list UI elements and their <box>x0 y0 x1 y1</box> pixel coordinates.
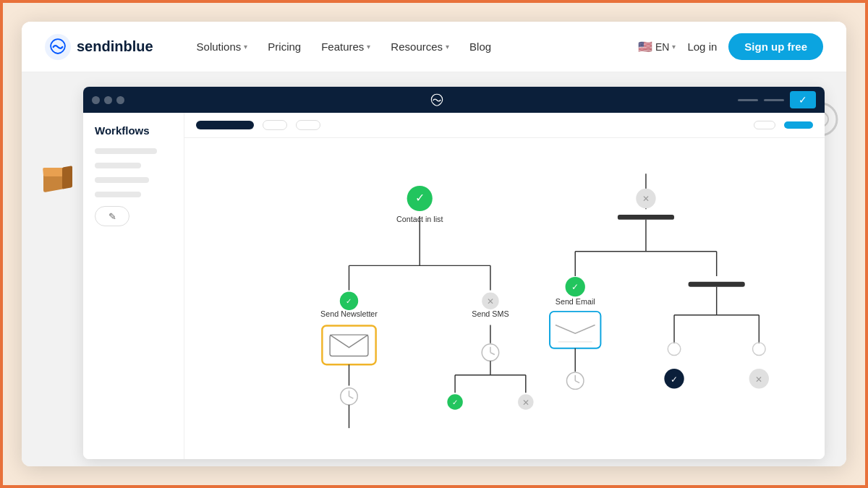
app-titlebar: ✓ <box>83 87 825 113</box>
nav-blog[interactable]: Blog <box>469 40 491 53</box>
dot-2 <box>104 96 112 104</box>
svg-text:✓: ✓ <box>671 374 678 384</box>
svg-point-62 <box>668 343 681 356</box>
svg-point-63 <box>753 343 766 356</box>
signup-button[interactable]: Sign up free <box>728 33 823 60</box>
toolbar-outline-button[interactable] <box>754 121 775 129</box>
svg-line-56 <box>575 381 579 383</box>
lang-label: EN <box>655 41 669 53</box>
svg-rect-43 <box>618 215 674 220</box>
deco-box-icon <box>36 159 80 202</box>
svg-rect-51 <box>550 312 600 348</box>
sidebar-item-3 <box>95 177 149 183</box>
sidebar-item-4 <box>95 192 141 197</box>
login-button[interactable]: Log in <box>687 40 717 53</box>
nav-solutions[interactable]: Solutions ▾ <box>197 40 248 53</box>
svg-rect-3 <box>62 166 72 189</box>
titlebar-line-2 <box>764 99 784 101</box>
nav-features[interactable]: Features ▾ <box>321 40 370 53</box>
svg-text:✓: ✓ <box>452 398 458 406</box>
main-content: ✓ Workflows ✎ <box>22 72 846 466</box>
dot-3 <box>116 96 124 104</box>
titlebar-line-1 <box>738 99 758 101</box>
workflow-diagram: ✓ Contact in list ✓ Send Newsletter <box>199 153 810 459</box>
navbar: sendinblue Solutions ▾ Pricing Features … <box>22 22 846 72</box>
svg-text:✓: ✓ <box>571 282 579 291</box>
toolbar-tab-active[interactable] <box>196 121 254 129</box>
nav-resources[interactable]: Resources ▾ <box>391 40 449 53</box>
logo[interactable]: sendinblue <box>45 34 153 60</box>
svg-rect-57 <box>689 282 745 287</box>
app-body: Workflows ✎ <box>83 113 825 459</box>
logo-text: sendinblue <box>77 38 153 55</box>
nav-links: Solutions ▾ Pricing Features ▾ Resources… <box>197 40 638 53</box>
dot-1 <box>92 96 100 104</box>
sidebar-edit-button[interactable]: ✎ <box>95 206 129 226</box>
titlebar-controls: ✓ <box>738 91 816 108</box>
sidebar-item-1 <box>95 148 157 154</box>
svg-text:✓: ✓ <box>346 297 352 305</box>
svg-text:✕: ✕ <box>755 374 762 384</box>
sidebar-title: Workflows <box>95 124 172 137</box>
lang-selector[interactable]: 🇺🇸 EN ▾ <box>638 40 676 53</box>
titlebar-check-button[interactable]: ✓ <box>790 91 816 108</box>
svg-text:✓: ✓ <box>415 192 425 204</box>
svg-text:Contact in list: Contact in list <box>396 215 443 223</box>
svg-text:Send SMS: Send SMS <box>472 309 509 318</box>
svg-text:✕: ✕ <box>642 194 650 203</box>
toolbar-primary-button[interactable] <box>784 121 813 129</box>
edit-icon: ✎ <box>109 211 116 222</box>
svg-text:✕: ✕ <box>487 296 494 306</box>
nav-pricing[interactable]: Pricing <box>268 40 301 53</box>
svg-text:Send Newsletter: Send Newsletter <box>320 309 378 318</box>
workflow-area[interactable]: ✓ Contact in list ✓ Send Newsletter <box>184 113 825 459</box>
toolbar-tab-2[interactable] <box>263 120 287 130</box>
svg-text:✕: ✕ <box>522 398 529 407</box>
main-window: sendinblue Solutions ▾ Pricing Features … <box>22 22 846 466</box>
titlebar-dots <box>92 96 124 104</box>
svg-line-31 <box>490 353 495 355</box>
svg-line-23 <box>349 396 354 398</box>
svg-text:Send Email: Send Email <box>556 297 595 306</box>
nav-right: 🇺🇸 EN ▾ Log in Sign up free <box>638 33 823 60</box>
app-sidebar: Workflows ✎ <box>83 113 184 459</box>
check-icon: ✓ <box>799 94 807 106</box>
sidebar-item-2 <box>95 163 141 168</box>
titlebar-logo <box>136 92 738 108</box>
workflow-canvas: ✓ Contact in list ✓ Send Newsletter <box>184 138 825 459</box>
workflow-toolbar <box>184 113 825 138</box>
app-window: ✓ Workflows ✎ <box>83 87 825 459</box>
toolbar-tab-3[interactable] <box>296 120 320 130</box>
